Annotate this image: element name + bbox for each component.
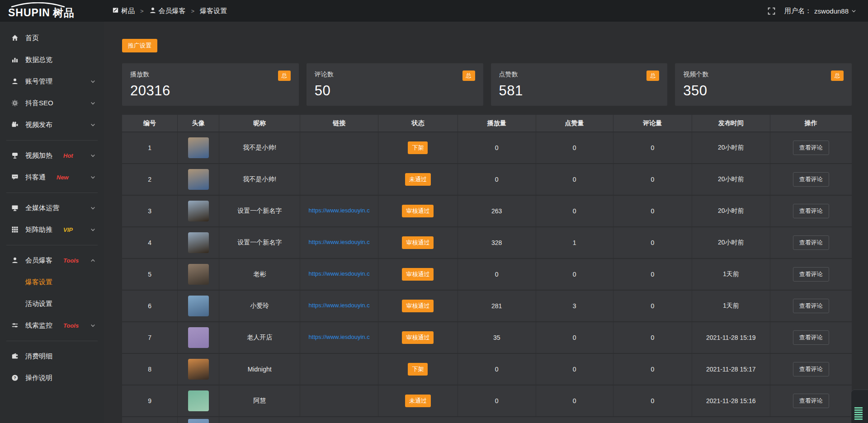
sidebar-subitem-爆客设置[interactable]: 爆客设置 [0, 271, 104, 293]
nickname: 我不是小帅! [219, 164, 300, 195]
video-table-wrap: 编号头像昵称链接状态播放量点赞量评论量发布时间操作 1我不是小帅!下架00020… [122, 115, 852, 423]
video-link[interactable]: https://www.iesdouyin.c [309, 207, 370, 214]
sidebar-divider [0, 188, 104, 197]
sidebar-subitem-label: 爆客设置 [25, 278, 52, 287]
logo-arc [9, 2, 67, 8]
comment-count: 0 [613, 353, 692, 385]
nickname: 老人开店 [219, 322, 300, 353]
status-badge: 审核通过 [402, 205, 434, 217]
sidebar-item-数据总览[interactable]: 数据总览 [0, 49, 104, 70]
row-id: 6 [122, 290, 178, 322]
sidebar-item-tag: Hot [63, 152, 73, 159]
column-header: 点赞量 [536, 115, 613, 132]
avatar [188, 327, 209, 348]
video-link[interactable]: https://www.iesdouyin.c [309, 302, 370, 309]
sidebar-item-label: 抖客通 [25, 173, 46, 182]
avatar [188, 137, 209, 158]
fullscreen-icon[interactable] [768, 7, 775, 15]
view-comments-button[interactable]: 查看评论 [793, 330, 829, 345]
table-row-partial [122, 417, 852, 423]
publish-time: 1天前 [692, 258, 770, 290]
like-count: 0 [536, 322, 613, 353]
status-badge: 未通过 [405, 173, 431, 186]
svg-text:?: ? [14, 375, 16, 380]
promotion-settings-button[interactable]: 推广设置 [122, 39, 157, 52]
sidebar-item-消费明细[interactable]: 消费明细 [0, 345, 104, 367]
sidebar-item-label: 视频发布 [25, 121, 52, 129]
sidebar-subitem-活动设置[interactable]: 活动设置 [0, 293, 104, 315]
status-badge: 审核通过 [402, 236, 434, 249]
comment-count: 0 [613, 322, 692, 353]
avatar [188, 390, 209, 411]
sidebar-item-label: 视频加热 [25, 151, 52, 160]
view-comments-button[interactable]: 查看评论 [793, 394, 829, 408]
sidebar-item-账号管理[interactable]: 账号管理 [0, 70, 104, 92]
sidebar-item-label: 操作说明 [25, 374, 52, 382]
table-row: 6小爱玲https://www.iesdouyin.c审核通过281301天前查… [122, 290, 852, 322]
view-comments-button[interactable]: 查看评论 [793, 235, 829, 250]
like-count: 1 [536, 227, 613, 258]
sidebar-item-tag: Tools [63, 257, 79, 264]
table-row: 8Midnight下架0002021-11-28 15:17查看评论 [122, 353, 852, 385]
sidebar-item-抖音SEO[interactable]: 抖音SEO [0, 92, 104, 114]
nickname: 设置一个新名字 [219, 195, 300, 227]
publish-time: 20小时前 [692, 164, 770, 195]
video-link[interactable]: https://www.iesdouyin.c [309, 270, 370, 277]
sidebar-item-线索监控[interactable]: 线索监控Tools [0, 315, 104, 336]
total-badge: 总 [278, 70, 291, 81]
breadcrumb-label: 爆客设置 [200, 7, 227, 15]
chevron-down-icon [89, 122, 97, 128]
sidebar-item-视频发布[interactable]: 视频发布 [0, 114, 104, 136]
sidebar-item-首页[interactable]: 首页 [0, 27, 104, 49]
view-comments-button[interactable]: 查看评论 [793, 299, 829, 313]
sidebar-item-操作说明[interactable]: ?操作说明 [0, 367, 104, 389]
stat-cards: 播放数总20316评论数总50点赞数总581视频个数总350 [122, 63, 852, 106]
chevron-down-icon [89, 323, 97, 329]
like-count: 0 [536, 353, 613, 385]
floating-widget[interactable] [851, 390, 868, 423]
sidebar-divider [0, 336, 104, 345]
row-id: 9 [122, 385, 178, 417]
stat-card: 视频个数总350 [675, 63, 852, 106]
comment-count: 0 [613, 385, 692, 417]
breadcrumb-item[interactable]: 会员爆客 [149, 7, 186, 15]
stat-card-label: 评论数 [315, 70, 334, 79]
topbar-right: 用户名：zswodun88 [768, 7, 868, 15]
sidebar-item-矩阵助推[interactable]: 矩阵助推VIP [0, 219, 104, 240]
home-icon [11, 34, 19, 42]
breadcrumb-item[interactable]: 树品 [112, 7, 135, 15]
sidebar-item-抖客通[interactable]: 抖客通New [0, 166, 104, 188]
play-count: 0 [458, 164, 536, 195]
stat-card-value: 20316 [130, 83, 291, 99]
like-count: 0 [536, 132, 613, 164]
sidebar-item-会员爆客[interactable]: 会员爆客Tools [0, 249, 104, 271]
video-link[interactable]: https://www.iesdouyin.c [309, 239, 370, 245]
app-logo: SHUPIN树品 [0, 0, 104, 22]
play-count: 0 [458, 385, 536, 417]
publish-time: 20小时前 [692, 227, 770, 258]
sidebar-item-视频加热[interactable]: 视频加热Hot [0, 145, 104, 166]
view-comments-button[interactable]: 查看评论 [793, 362, 829, 376]
view-comments-button[interactable]: 查看评论 [793, 172, 829, 187]
avatar [188, 359, 209, 380]
sidebar-item-全媒体运营[interactable]: 全媒体运营 [0, 197, 104, 219]
column-header: 头像 [178, 115, 219, 132]
column-header: 昵称 [219, 115, 300, 132]
chevron-down-icon [851, 9, 856, 14]
sidebar-item-label: 会员爆客 [25, 256, 52, 265]
nickname: Midnight [219, 353, 300, 385]
row-id: 1 [122, 132, 178, 164]
status-badge: 下架 [408, 363, 428, 376]
avatar [188, 296, 209, 316]
floating-widget-bars [854, 407, 863, 421]
view-comments-button[interactable]: 查看评论 [793, 267, 829, 282]
view-comments-button[interactable]: 查看评论 [793, 204, 829, 218]
view-comments-button[interactable]: 查看评论 [793, 141, 829, 155]
video-link[interactable]: https://www.iesdouyin.c [309, 334, 370, 340]
comment-count: 0 [613, 132, 692, 164]
user-menu[interactable]: 用户名：zswodun88 [784, 7, 856, 15]
row-id: 4 [122, 227, 178, 258]
breadcrumb-item: 爆客设置 [200, 7, 227, 15]
breadcrumb-label: 会员爆客 [159, 7, 186, 15]
play-count: 0 [458, 258, 536, 290]
